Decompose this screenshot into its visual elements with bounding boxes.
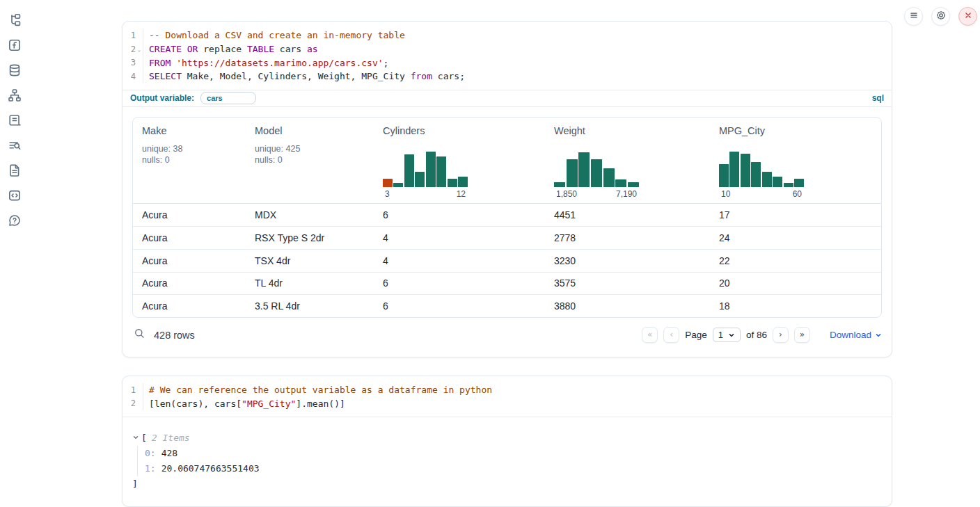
sql-code-editor[interactable]: 1-- Download a CSV and create an in-memo… (122, 22, 892, 90)
first-page-button[interactable]: « (642, 327, 658, 343)
histogram-bar[interactable] (567, 159, 578, 187)
code-token: # We can reference the output variable a… (149, 385, 492, 395)
table-cell: 6 (374, 209, 545, 220)
histogram-bar[interactable] (383, 179, 393, 187)
sidebar-item-snippets[interactable] (0, 184, 31, 209)
histogram-bar[interactable] (762, 172, 772, 187)
pagination: « ‹ Page 1 of 86 › » Download (642, 327, 882, 343)
code-text: CREATE OR replace TABLE cars as (143, 42, 892, 56)
sidebar-item-scratchpad-search[interactable] (0, 134, 31, 159)
table-cell: TL 4dr (246, 277, 374, 289)
collapse-chevron-icon[interactable] (132, 433, 139, 443)
sidebar-item-file-explorer[interactable] (0, 8, 31, 33)
shutdown-button[interactable] (958, 7, 977, 26)
line-number: 1 (122, 385, 136, 395)
histogram-bar[interactable] (741, 154, 750, 187)
table-row[interactable]: AcuraRSX Type S 2dr4277824 (133, 226, 881, 249)
code-token (171, 58, 176, 68)
column-histogram: 1,8507,190 (554, 150, 639, 199)
fold-chevron-icon (136, 62, 143, 64)
column-header[interactable]: Cylinders312 (374, 118, 545, 203)
code-token: 'https://datasets.marimo.app/cars.csv' (176, 58, 383, 68)
fold-chevron-icon[interactable]: ⌄ (136, 45, 143, 53)
histogram-bar[interactable] (615, 179, 626, 187)
code-token: CREATE (149, 44, 182, 54)
code-line: 2[len(cars), cars["MPG_City"].mean()] (122, 396, 892, 410)
sidebar-item-documentation[interactable] (0, 159, 31, 184)
search-icon[interactable] (134, 328, 145, 342)
sidebar-item-variables[interactable] (0, 33, 31, 58)
menu-button[interactable] (904, 7, 923, 26)
histogram-bar[interactable] (794, 179, 804, 187)
table-cell: RSX Type S 2dr (246, 232, 374, 243)
sidebar-item-datasources[interactable] (0, 58, 31, 83)
download-button[interactable]: Download (830, 330, 882, 340)
chevron-down-icon (875, 332, 882, 339)
histogram-bars (554, 150, 639, 187)
column-header[interactable]: MPG_City1060 (710, 118, 881, 203)
code-token: ; (384, 58, 389, 68)
file-tree-icon (8, 13, 22, 29)
histogram-bar[interactable] (628, 182, 639, 187)
histogram-bar[interactable] (751, 162, 761, 187)
histogram-bar[interactable] (729, 152, 739, 187)
histogram-bar[interactable] (458, 177, 468, 187)
code-token: as (307, 44, 318, 54)
table-row[interactable]: AcuraTL 4dr6357520 (133, 272, 881, 295)
code-square-icon (8, 188, 22, 204)
histogram-bar[interactable] (719, 164, 729, 187)
output-variable-bar: Output variable: sql (122, 90, 892, 107)
table-cell: 6 (374, 277, 545, 289)
histogram-bar[interactable] (603, 168, 615, 187)
table-cell: 6 (374, 300, 545, 312)
column-header[interactable]: Weight1,8507,190 (545, 118, 710, 203)
histogram-bar[interactable] (404, 154, 414, 187)
last-page-button[interactable]: » (794, 327, 810, 343)
download-label: Download (830, 330, 871, 340)
code-token: [len(cars), cars[ (149, 399, 242, 409)
output-variable-input[interactable] (200, 92, 256, 104)
tree-items-count: 2 Items (152, 433, 190, 443)
histogram-bar[interactable] (784, 183, 793, 187)
column-header[interactable]: Makeunique: 38nulls: 0 (133, 118, 246, 203)
histogram-bar[interactable] (773, 177, 782, 187)
sidebar-item-dependency-graph[interactable] (0, 83, 31, 108)
tree-entry-index: 0: (145, 448, 156, 458)
histogram-bar[interactable] (415, 172, 425, 187)
tree-entry: 1:20.060747663551403 (145, 461, 882, 476)
code-token (182, 44, 187, 54)
code-text: # We can reference the output variable a… (143, 383, 892, 397)
column-header[interactable]: Modelunique: 425nulls: 0 (246, 118, 374, 203)
python-code-editor[interactable]: 1# We can reference the output variable … (122, 376, 892, 417)
histogram-bar[interactable] (448, 179, 457, 187)
prev-page-button[interactable]: ‹ (663, 327, 679, 343)
column-name: MPG_City (719, 125, 881, 136)
table-row[interactable]: AcuraMDX6445117 (133, 204, 881, 227)
function-square-icon (8, 38, 22, 54)
code-token: Make, Model, Cylinders, Weight, MPG_City (182, 71, 411, 81)
histogram-bar[interactable] (393, 183, 403, 187)
next-page-button[interactable]: › (773, 327, 789, 343)
settings-button[interactable] (931, 7, 950, 26)
histogram-bar[interactable] (426, 152, 436, 187)
page-select[interactable]: 1 (713, 328, 741, 342)
dependency-graph-icon (8, 88, 22, 104)
table-row[interactable]: Acura3.5 RL 4dr6388018 (133, 294, 881, 317)
histogram-bar[interactable] (591, 159, 602, 187)
histogram-bar[interactable] (554, 182, 565, 187)
sidebar-item-logs[interactable] (0, 108, 31, 134)
table-row[interactable]: AcuraTSX 4dr4323022 (133, 249, 881, 272)
axis-label: 12 (457, 189, 466, 199)
column-name: Cylinders (383, 125, 545, 136)
table-cell: 20 (710, 277, 881, 289)
histogram-bar[interactable] (578, 152, 590, 187)
axis-label: 60 (793, 189, 802, 199)
code-token: "MPG_City" (242, 399, 296, 409)
histogram-bar[interactable] (436, 156, 446, 187)
code-line: 3FROM 'https://datasets.marimo.app/cars.… (122, 56, 892, 70)
histogram-bars (719, 150, 804, 187)
python-output: [ 2 Items 0:4281:20.060747663551403 ] (122, 417, 892, 506)
scroll-icon (8, 113, 22, 129)
sidebar-item-help[interactable] (0, 209, 31, 234)
language-badge: sql (872, 93, 884, 103)
